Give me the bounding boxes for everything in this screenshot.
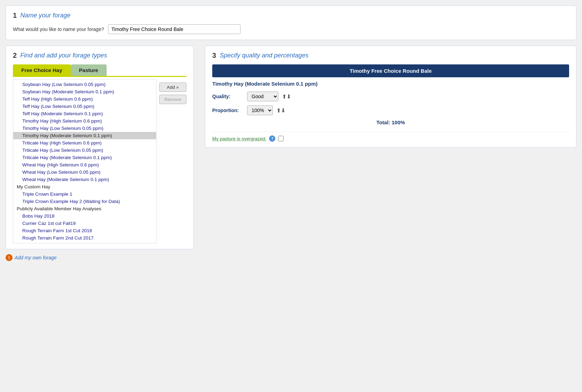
section2-header: 2 Find and add your forage types: [13, 52, 186, 60]
list-item[interactable]: Teff Hay (Moderate Selenium 0.1 ppm): [13, 110, 156, 117]
section1-title: Name your forage: [20, 12, 70, 19]
section3-card: 3 Specify quality and percentages Timoth…: [205, 46, 576, 148]
proportion-select[interactable]: 100% 90% 80% 70% 60% 50%: [247, 105, 273, 115]
help-icon[interactable]: ?: [269, 135, 275, 142]
overgrazed-row: My pasture is overgrazed: ?: [212, 132, 569, 142]
section1-number: 1: [13, 11, 17, 19]
list-area: Soybean Hay (Low Selenium 0.05 ppm) Soyb…: [13, 79, 186, 243]
tab-underline: [13, 76, 186, 77]
forage-name-row: What would you like to name your forage?: [13, 24, 569, 34]
list-item[interactable]: Wheat Hay (Moderate Selenium 0.1 ppm): [13, 176, 156, 183]
quality-label: Quality:: [212, 94, 244, 99]
quality-row: Quality: Good Average Poor ⬆⬇: [212, 92, 569, 101]
quality-arrows-icon: ⬆⬇: [282, 93, 291, 100]
add-button[interactable]: Add »: [159, 83, 186, 92]
section2-card: 2 Find and add your forage types Free Ch…: [6, 46, 194, 249]
proportion-arrows-icon: ⬆⬇: [276, 107, 285, 114]
selected-forage-subheader: Timothy Hay (Moderate Selenium 0.1 ppm): [212, 81, 569, 87]
list-item[interactable]: Triticale Hay (Low Selenium 0.05 ppm): [13, 147, 156, 154]
list-item[interactable]: Rough Terrain Farm 1st Cut 2018: [13, 227, 156, 234]
list-item[interactable]: Timothy Hay (Low Selenium 0.05 ppm): [13, 125, 156, 132]
selected-forage-header: Timothy Free Choice Round Bale: [212, 64, 569, 77]
list-item[interactable]: Teff Hay (High Selenium 0.6 ppm): [13, 95, 156, 103]
list-item[interactable]: Timothy Hay (High Selenium 0.6 ppm): [13, 117, 156, 125]
section3-header: 3 Specify quality and percentages: [212, 52, 569, 60]
list-item-selected[interactable]: Timothy Hay (Moderate Selenium 0.1 ppm): [13, 132, 156, 139]
tabs-row: Free Choice Hay Pasture: [13, 64, 186, 76]
tab-pasture[interactable]: Pasture: [71, 64, 107, 76]
list-item[interactable]: Rough Terrain Farm 2nd Cut 2017: [13, 234, 156, 242]
list-category: Publicly Available Member Hay Analyses: [13, 205, 156, 212]
remove-button[interactable]: Remove: [159, 95, 186, 104]
section3-number: 3: [212, 52, 216, 60]
list-item[interactable]: Teff Hay (Low Selenium 0.05 ppm): [13, 103, 156, 110]
main-content-row: 2 Find and add your forage types Free Ch…: [6, 46, 576, 249]
add-own-forage-row: ! Add my own forage: [6, 254, 576, 261]
proportion-label: Proportion:: [212, 108, 244, 113]
section1-card: 1 Name your forage What would you like t…: [6, 6, 576, 40]
list-item[interactable]: Triple Crown Example Hay 2 (Waiting for …: [13, 198, 156, 205]
forage-name-input[interactable]: [108, 24, 240, 34]
warning-icon: !: [6, 254, 13, 261]
section2-title: Find and add your forage types: [20, 52, 107, 59]
forage-name-label: What would you like to name your forage?: [13, 26, 104, 32]
list-item[interactable]: Wheat Hay (High Selenium 0.6 ppm): [13, 161, 156, 168]
forage-list: Soybean Hay (Low Selenium 0.05 ppm) Soyb…: [13, 79, 156, 243]
add-remove-col: Add » Remove: [159, 79, 186, 104]
list-item[interactable]: Triple Crown Example 1: [13, 190, 156, 198]
proportion-row: Proportion: 100% 90% 80% 70% 60% 50% ⬆⬇: [212, 105, 569, 115]
list-category: My Custom Hay: [13, 183, 156, 190]
total-row: Total: 100%: [212, 119, 569, 125]
section2-number: 2: [13, 52, 17, 60]
overgrazed-link[interactable]: My pasture is overgrazed:: [212, 136, 266, 141]
section3-title: Specify quality and percentages: [220, 52, 308, 59]
tab-free-choice-hay[interactable]: Free Choice Hay: [13, 64, 71, 76]
section1-header: 1 Name your forage: [13, 11, 569, 19]
list-item[interactable]: Wheat Hay (Low Selenium 0.05 ppm): [13, 168, 156, 176]
overgrazed-checkbox[interactable]: [278, 136, 284, 141]
add-own-forage-link[interactable]: Add my own forage: [15, 255, 57, 260]
list-item[interactable]: Currier Caz 1st cut Fall19: [13, 220, 156, 227]
list-item[interactable]: Soybean Hay (Low Selenium 0.05 ppm): [13, 81, 156, 88]
list-item[interactable]: Triticale Hay (High Selenium 0.6 ppm): [13, 139, 156, 147]
list-item[interactable]: Bobs Hay 2018: [13, 212, 156, 220]
quality-select[interactable]: Good Average Poor: [247, 92, 278, 101]
list-item[interactable]: Triticale Hay (Moderate Selenium 0.1 ppm…: [13, 154, 156, 161]
list-item[interactable]: Soybean Hay (Moderate Selenium 0.1 ppm): [13, 88, 156, 95]
